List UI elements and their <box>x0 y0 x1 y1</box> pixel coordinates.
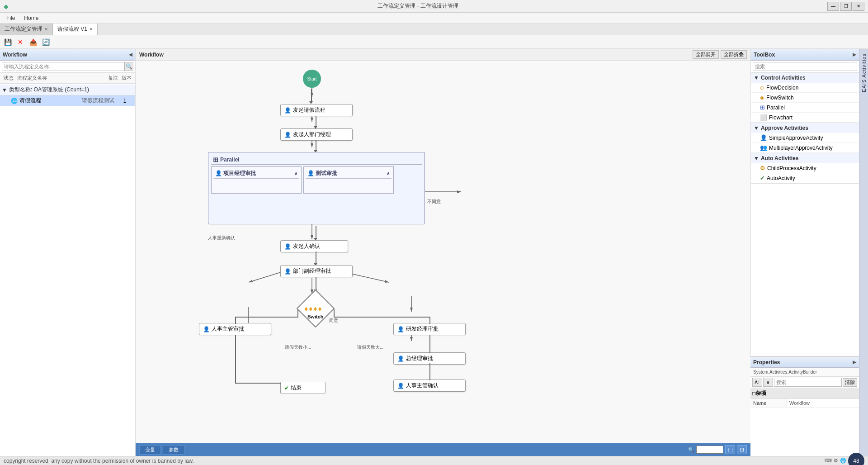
arr-hr-end <box>235 335 236 383</box>
toolbox-item-auto-activity[interactable]: ✔ AutoActivity <box>751 173 859 183</box>
toolbox-item-child-process[interactable]: ⚙ ChildProcessActivity <box>751 163 859 173</box>
node-notify-manager[interactable]: 👤 发起人部门经理 <box>280 128 353 141</box>
node-initiate[interactable]: 👤 发起请假流程 <box>280 104 353 116</box>
lane2-label: 👤 测试审批 <box>307 170 337 177</box>
parallel-header: ⊞ Parallel <box>211 155 422 165</box>
hr-manager-label: 人事主管审批 <box>212 325 244 333</box>
flowchart-icon: ⬜ <box>760 114 767 121</box>
canvas-scroll[interactable]: Start 👤 发起请假流程 👤 <box>136 61 750 443</box>
toolbox-panel-header: ToolBox ▶ <box>751 49 859 61</box>
eais-activities-vtab[interactable]: EAIS Activities <box>859 49 868 456</box>
arrow-2 <box>316 116 316 127</box>
lane2-header: 👤 测试审批 ∧ <box>306 169 392 179</box>
lane-test: 👤 测试审批 ∧ <box>303 166 394 194</box>
toolbox-approve-label: Approve Activities <box>761 125 808 131</box>
tab-leave-flow[interactable]: 请假流程 V1 ✕ <box>53 24 98 35</box>
arr-sw-left <box>297 309 298 317</box>
tree-group-oa[interactable]: ▼ 类型名称: OA管理系统 (Count=1) <box>0 85 135 95</box>
col-status: 状态 <box>2 74 15 82</box>
tree-item-leave-flow[interactable]: 🌐 请假流程 请假流程测试 1 <box>0 95 135 106</box>
toolbox-auto-expand: ▼ <box>754 155 759 161</box>
label-disagree: 不同意 <box>427 199 441 205</box>
menu-home[interactable]: Home <box>19 14 43 22</box>
col-version: 版本 <box>120 74 133 82</box>
node-rd-manager[interactable]: 👤 研发经理审批 <box>393 323 466 335</box>
toolbox-item-multi-approve[interactable]: 👥 MultiplayerApproveActivity <box>751 143 859 153</box>
node-hr-manager[interactable]: 👤 人事主管审批 <box>199 323 271 335</box>
toolbox-item-flowswitch[interactable]: ◈ FlowSwitch <box>751 93 859 103</box>
lane2-collapse[interactable]: ∧ <box>387 171 390 176</box>
props-sort-az-button[interactable]: A↑ <box>752 378 762 387</box>
toolbox-item-simple-approve[interactable]: 👤 SimpleApproveActivity <box>751 133 859 143</box>
node-hr-confirm[interactable]: 👤 人事主管确认 <box>393 380 466 392</box>
toolbox-search-input[interactable] <box>753 62 857 71</box>
node-dept-deputy[interactable]: 👤 部门副经理审批 <box>280 265 353 277</box>
arr-sw-left-v <box>235 317 236 324</box>
minimize-button[interactable]: — <box>827 2 839 11</box>
tab-workflow-mgmt-close[interactable]: ✕ <box>44 27 48 32</box>
props-clear-button[interactable]: 清除 <box>843 378 857 387</box>
lane1-collapse[interactable]: ∧ <box>294 171 297 176</box>
node-notify-icon: 👤 <box>284 132 291 138</box>
tab-params[interactable]: 参数 <box>163 445 184 455</box>
toolbox-auto-header[interactable]: ▼ Auto Activities <box>751 153 859 163</box>
hr-confirm-icon: 👤 <box>397 383 404 389</box>
workflow-nodes: Start 👤 发起请假流程 👤 <box>140 65 547 418</box>
toolbox-collapse[interactable]: ▶ <box>853 52 856 57</box>
tree-item-desc: 请假流程测试 <box>82 97 118 104</box>
fit-view-button[interactable]: ⬚ <box>725 445 735 454</box>
zoom-input[interactable] <box>696 446 723 454</box>
arr-gm-hrconfirm <box>429 363 430 380</box>
parallel-label: Parallel <box>220 157 240 163</box>
node-switch[interactable]: ♦ ♦ ♦ ♦ Switch <box>297 290 334 327</box>
main-area: Workflow ◀ 🔍 状态 流程定义名称 备注 版本 ▼ 类型名称: OA管… <box>0 49 868 456</box>
toolbox-search <box>751 61 859 73</box>
collapse-all-button[interactable]: 全部折叠 <box>721 50 747 59</box>
close-button[interactable]: ✕ <box>853 2 864 11</box>
window-title: 工作流定义管理 - 工作流设计管理 <box>9 2 827 10</box>
tab-workflow-mgmt[interactable]: 工作流定义管理 ✕ <box>0 24 53 35</box>
bottom-right-tools: 🔍 ⬚ ⊡ <box>688 445 747 454</box>
parallel-lanes: 👤 项目经理审批 ∧ 👤 测试审批 ∧ <box>211 166 422 194</box>
props-search-input[interactable] <box>774 378 842 387</box>
restore-button[interactable]: ❐ <box>840 2 852 11</box>
node-confirm-initiator[interactable]: 👤 发起人确认 <box>280 240 348 252</box>
network-icon: 🌐 <box>840 458 846 464</box>
menu-file[interactable]: File <box>2 14 19 22</box>
node-parallel[interactable]: ⊞ Parallel 👤 项目经理审批 ∧ <box>208 152 425 224</box>
simple-approve-label: SimpleApproveActivity <box>769 135 823 141</box>
toolbar-refresh-button[interactable]: 🔄 <box>40 37 52 47</box>
toolbox-item-flowdecision[interactable]: ◇ FlowDecision <box>751 83 859 93</box>
node-gm-approve[interactable]: 👤 总经理审批 <box>393 352 466 365</box>
toolbox-approve-header[interactable]: ▼ Approve Activities <box>751 123 859 133</box>
toolbox-item-parallel[interactable]: ⊞ Parallel <box>751 103 859 113</box>
toolbox-item-flowchart[interactable]: ⬜ Flowchart <box>751 113 859 123</box>
properties-row-name: Name Workflow <box>750 399 859 408</box>
tree-item-icon: 🌐 <box>11 98 18 104</box>
tab-leave-flow-close[interactable]: ✕ <box>89 27 93 32</box>
node-start-label: Start <box>307 76 316 81</box>
node-end[interactable]: ✔ 结束 <box>280 382 326 394</box>
workflow-panel-collapse[interactable]: ◀ <box>129 52 132 57</box>
toolbox-control-header[interactable]: ▼ Control Activities <box>751 73 859 83</box>
props-sort-cat-button[interactable]: ≡ <box>763 378 773 387</box>
full-view-button[interactable]: ⊡ <box>737 445 747 454</box>
lane-project-mgr: 👤 项目经理审批 ∧ <box>211 166 302 194</box>
tree-item-name: 请假流程 <box>19 97 82 104</box>
arr-sw-left-h <box>235 317 298 318</box>
toolbar-export-button[interactable]: 📤 <box>27 37 39 47</box>
properties-collapse[interactable]: ▶ <box>853 360 856 365</box>
workflow-search-input[interactable] <box>2 62 124 71</box>
clock-widget: 48 <box>848 453 864 465</box>
gm-approve-label: 总经理审批 <box>406 355 433 362</box>
toolbar-delete-button[interactable]: ✕ <box>14 37 26 47</box>
expand-all-button[interactable]: 全部展开 <box>693 50 719 59</box>
props-val-name: Workflow <box>787 399 859 407</box>
lane-3 <box>396 166 409 194</box>
workflow-search-button[interactable]: 🔍 <box>124 62 133 71</box>
node-start[interactable]: Start <box>303 70 321 88</box>
tab-variables[interactable]: 变量 <box>139 445 161 455</box>
arrow-3 <box>316 140 316 151</box>
confirm-label: 发起人确认 <box>293 242 320 250</box>
toolbar-save-button[interactable]: 💾 <box>2 37 14 47</box>
